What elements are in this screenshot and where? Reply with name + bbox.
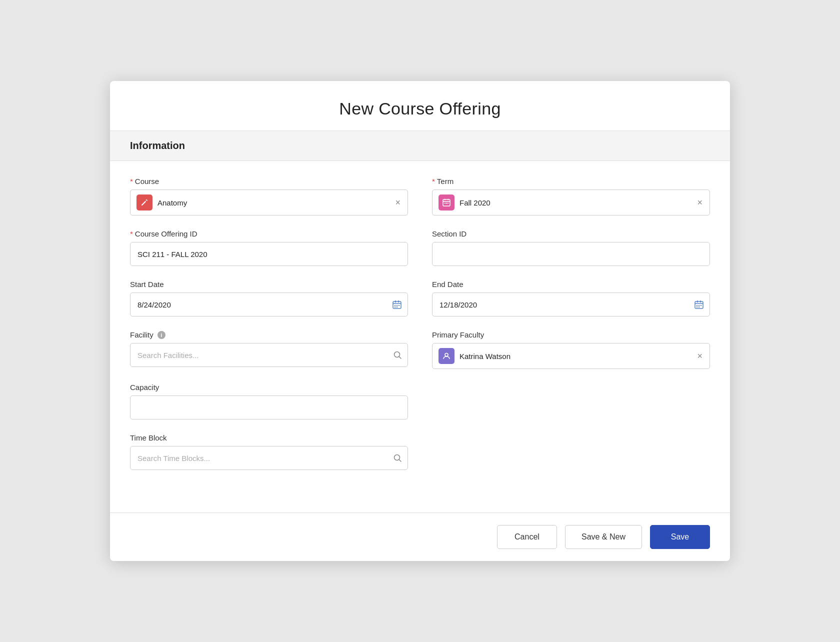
course-label: * Course <box>130 177 408 186</box>
form-group-course: * Course Anatomy × <box>130 177 408 216</box>
term-tag-icon <box>438 194 454 210</box>
save-new-button[interactable]: Save & New <box>565 525 642 549</box>
start-date-input[interactable] <box>130 292 408 316</box>
save-button[interactable]: Save <box>650 525 710 549</box>
time-block-input-wrapper <box>130 446 408 470</box>
section-header: Information <box>110 130 730 161</box>
form-body: * Course Anatomy × * Term <box>110 161 730 512</box>
term-selected-tag[interactable]: Fall 2020 × <box>432 190 710 216</box>
course-required-star: * <box>130 177 133 186</box>
form-row-capacity: Capacity <box>130 383 710 420</box>
faculty-value: Katrina Watson <box>460 352 691 360</box>
svg-point-23 <box>445 354 448 356</box>
section-id-label: Section ID <box>432 230 710 238</box>
facility-label: Facility i <box>130 330 408 339</box>
svg-rect-2 <box>448 199 449 200</box>
form-group-facility: Facility i <box>130 330 408 369</box>
form-group-empty <box>432 383 710 420</box>
form-group-time-block: Time Block <box>130 434 408 470</box>
primary-faculty-label: Primary Faculty <box>432 330 710 339</box>
modal-title: New Course Offering <box>110 99 730 118</box>
form-row-time-block: Time Block <box>130 434 710 470</box>
form-group-course-offering-id: * Course Offering ID <box>130 230 408 266</box>
form-group-term: * Term Fa <box>432 177 710 216</box>
svg-rect-4 <box>446 203 447 204</box>
faculty-tag-icon <box>438 348 454 364</box>
facility-input-wrapper <box>130 343 408 367</box>
facility-search-input[interactable] <box>130 343 408 367</box>
form-row-dates: Start Date <box>130 280 710 316</box>
primary-faculty-selected-tag[interactable]: Katrina Watson × <box>432 343 710 369</box>
form-row-course-term: * Course Anatomy × * Term <box>130 177 710 216</box>
svg-rect-5 <box>448 203 448 204</box>
course-offering-id-label: * Course Offering ID <box>130 230 408 238</box>
form-row-facility-faculty: Facility i Primary Faculty <box>130 330 710 369</box>
course-offering-id-input[interactable] <box>130 242 408 266</box>
svg-rect-3 <box>444 203 446 204</box>
end-date-input-wrapper <box>432 292 710 316</box>
capacity-input[interactable] <box>130 396 408 420</box>
form-group-end-date: End Date <box>432 280 710 316</box>
end-date-input[interactable] <box>432 292 710 316</box>
facility-info-icon: i <box>158 331 166 339</box>
svg-rect-1 <box>444 199 446 200</box>
form-group-start-date: Start Date <box>130 280 408 316</box>
course-value: Anatomy <box>158 198 389 207</box>
term-required-star: * <box>432 177 435 186</box>
start-date-label: Start Date <box>130 280 408 288</box>
form-group-capacity: Capacity <box>130 383 408 420</box>
faculty-clear-button[interactable]: × <box>696 350 704 362</box>
modal-footer: Cancel Save & New Save <box>110 512 730 561</box>
time-block-search-input[interactable] <box>130 446 408 470</box>
form-group-empty-2 <box>432 434 710 470</box>
course-tag-icon <box>136 194 152 210</box>
time-block-label: Time Block <box>130 434 408 442</box>
course-offering-id-required-star: * <box>130 230 133 238</box>
form-row-ids: * Course Offering ID Section ID <box>130 230 710 266</box>
form-group-primary-faculty: Primary Faculty Katrina Watson × <box>432 330 710 369</box>
course-selected-tag[interactable]: Anatomy × <box>130 190 408 216</box>
term-clear-button[interactable]: × <box>696 197 704 208</box>
cancel-button[interactable]: Cancel <box>497 525 557 549</box>
end-date-label: End Date <box>432 280 710 288</box>
section-id-input[interactable] <box>432 242 710 266</box>
modal-header: New Course Offering <box>110 81 730 130</box>
modal-container: New Course Offering Information * Course <box>110 81 730 561</box>
form-group-section-id: Section ID <box>432 230 710 266</box>
section-title: Information <box>130 140 185 151</box>
term-label: * Term <box>432 177 710 186</box>
capacity-label: Capacity <box>130 383 408 392</box>
start-date-input-wrapper <box>130 292 408 316</box>
term-value: Fall 2020 <box>460 198 691 207</box>
course-clear-button[interactable]: × <box>394 197 402 208</box>
